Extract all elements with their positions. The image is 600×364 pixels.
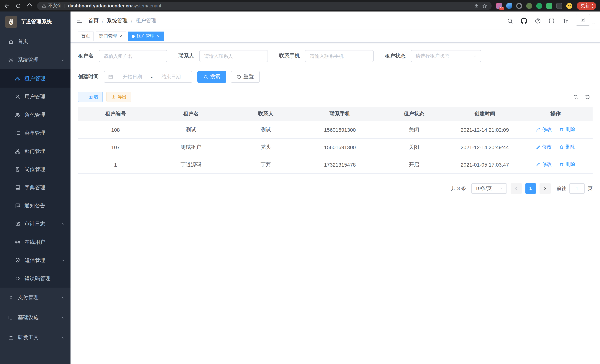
plus-icon [83, 95, 87, 99]
github-icon[interactable] [517, 11, 531, 30]
toggle-search-icon[interactable] [573, 94, 579, 100]
goto-page-input[interactable] [569, 183, 585, 194]
close-icon[interactable] [156, 34, 160, 38]
page-number-button[interactable]: 1 [525, 183, 536, 194]
chevron-down-icon [61, 296, 65, 300]
actions-cell: 修改 删除 [518, 121, 593, 138]
extension-icon[interactable]: 10 [496, 3, 502, 9]
browser-home-icon[interactable] [26, 3, 33, 9]
edit-link[interactable]: 修改 [536, 161, 552, 168]
phone-input[interactable] [305, 50, 374, 62]
sidebar-item-system[interactable]: 系统管理 [0, 51, 71, 69]
breadcrumb-system[interactable]: 系统管理 [107, 18, 128, 24]
reset-button[interactable]: 重置 [231, 71, 260, 83]
sidebar-item-user[interactable]: 用户管理 [0, 88, 71, 106]
phone-cell: 15601691300 [303, 138, 377, 156]
column-header: 联系人 [229, 107, 303, 121]
date-range-picker[interactable]: 开始日期 - 结束日期 [104, 71, 192, 83]
tenant-status-select[interactable]: 请选择租户状态 [411, 50, 481, 62]
sidebar-item-error-code[interactable]: 错误码管理 [0, 269, 71, 288]
tab-label: 首页 [81, 33, 90, 39]
url-text: dashboard.yudao.iocoder.cn/system/tenant [68, 3, 161, 8]
extension-icon[interactable] [546, 3, 552, 9]
tenant-id-cell: 1 [78, 156, 153, 173]
org-tree-icon [15, 149, 20, 154]
delete-link[interactable]: 删除 [559, 126, 575, 133]
extension-icon[interactable] [556, 3, 562, 9]
sidebar-item-notice[interactable]: 通知公告 [0, 197, 71, 215]
tab-tenant[interactable]: 租户管理 [128, 31, 164, 41]
sidebar-toggle-icon[interactable] [71, 11, 88, 30]
sidebar-item-devtools[interactable]: 研发工具 [0, 328, 71, 348]
sidebar-item-online-users[interactable]: 在线用户 [0, 233, 71, 251]
search-button[interactable]: 搜索 [197, 71, 226, 83]
delete-link[interactable]: 删除 [559, 161, 575, 168]
reload-icon[interactable] [15, 3, 21, 9]
sidebar-item-post[interactable]: 岗位管理 [0, 160, 71, 178]
page-size-select[interactable]: 10条/页 [471, 183, 507, 194]
refresh-table-icon[interactable] [585, 94, 590, 100]
breadcrumb-separator: / [131, 18, 132, 24]
avatar[interactable] [576, 14, 590, 26]
actions-cell: 修改 删除 [518, 156, 593, 173]
sidebar-item-audit-log[interactable]: 审计日志 [0, 215, 71, 233]
sidebar-item-label: 租户管理 [25, 75, 45, 82]
tenant-id-cell: 107 [78, 138, 153, 156]
next-page-button[interactable] [540, 183, 551, 194]
browser-extensions: 10 [496, 3, 572, 9]
extension-icon[interactable] [506, 3, 512, 9]
share-icon[interactable] [474, 3, 479, 8]
sidebar-item-label: 岗位管理 [25, 166, 45, 173]
font-size-icon[interactable] [558, 11, 572, 30]
gear-icon [8, 57, 14, 63]
sidebar-item-dept[interactable]: 部门管理 [0, 142, 71, 160]
calendar-icon [108, 74, 113, 79]
extension-icon[interactable] [516, 3, 522, 9]
table-toolbar: 新增 导出 [78, 92, 593, 102]
tab-dept[interactable]: 部门管理 [96, 31, 126, 41]
created-at-cell: 2021-12-14 20:49:44 [451, 138, 518, 156]
docs-question-icon[interactable] [531, 11, 545, 30]
contact-cell: 秃头 [229, 138, 303, 156]
contact-label: 联系人 [178, 53, 194, 59]
extension-icon[interactable] [536, 3, 542, 9]
app-logo[interactable]: 芋道管理系统 [0, 11, 71, 32]
sidebar-item-tenant[interactable]: 租户管理 [0, 69, 71, 88]
export-button[interactable]: 导出 [106, 92, 131, 102]
edit-link[interactable]: 修改 [536, 144, 552, 150]
prev-page-button[interactable] [511, 183, 522, 194]
sidebar-item-role[interactable]: 角色管理 [0, 106, 71, 124]
trash-icon [559, 145, 564, 149]
tenant-name-input[interactable] [99, 50, 167, 62]
add-button[interactable]: 新增 [78, 92, 103, 102]
created-at-cell: 2021-12-14 21:02:09 [451, 121, 518, 138]
tab-home[interactable]: 首页 [78, 31, 94, 41]
header-search-icon[interactable] [503, 11, 517, 30]
address-bar[interactable]: 不安全 dashboard.yudao.iocoder.cn/system/te… [37, 2, 492, 10]
extension-icon[interactable] [566, 3, 572, 9]
sidebar-item-infra[interactable]: 基础设施 [0, 308, 71, 328]
user-avatar-menu[interactable] [576, 14, 596, 28]
fullscreen-icon[interactable] [545, 11, 558, 30]
kebab-menu-icon[interactable] [590, 3, 595, 8]
close-icon[interactable] [119, 34, 123, 38]
security-indicator[interactable]: 不安全 [42, 3, 62, 9]
sidebar-item-home[interactable]: 首页 [0, 32, 71, 51]
breadcrumb-home[interactable]: 首页 [88, 18, 99, 24]
sidebar-item-sms[interactable]: 短信管理 [0, 251, 71, 269]
back-icon[interactable] [4, 3, 10, 9]
browser-update-button[interactable]: 更新 [577, 2, 596, 10]
sidebar-item-menu[interactable]: 菜单管理 [0, 124, 71, 142]
breadcrumb-separator: / [102, 18, 103, 24]
filter-row-2: 创建时间 开始日期 - 结束日期 搜索 重置 [78, 71, 593, 83]
sidebar-item-dict[interactable]: 字典管理 [0, 178, 71, 197]
extension-icon[interactable] [526, 3, 532, 9]
delete-link[interactable]: 删除 [559, 144, 575, 150]
browser-chrome: 不安全 dashboard.yudao.iocoder.cn/system/te… [0, 0, 600, 11]
sidebar-item-payment[interactable]: 支付管理 [0, 288, 71, 308]
sidebar-item-label: 系统管理 [18, 57, 38, 64]
user-icon [15, 94, 20, 99]
edit-link[interactable]: 修改 [536, 126, 552, 133]
contact-input[interactable] [199, 50, 268, 62]
bookmark-star-icon[interactable] [482, 3, 487, 8]
